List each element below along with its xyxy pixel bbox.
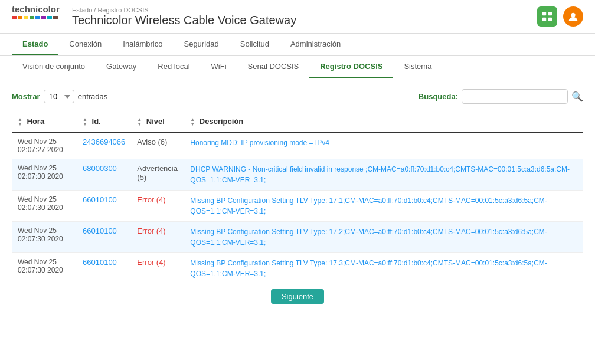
entries-select[interactable]: 10 25 50 100 — [44, 90, 74, 103]
main-nav: Estado Conexión Inalámbrico Seguridad So… — [0, 34, 595, 56]
nav-inalambrico[interactable]: Inalámbrico — [112, 34, 173, 55]
search-area: Busqueda: 🔍 — [419, 89, 583, 104]
nav-administracion[interactable]: Administración — [280, 34, 351, 55]
cell-descripcion: Missing BP Configuration Setting TLV Typ… — [184, 190, 583, 221]
next-page-button[interactable]: Siguiente — [271, 289, 324, 304]
cell-hora: Wed Nov 25 02:07:30 2020 — [12, 252, 77, 284]
nav-estado[interactable]: Estado — [12, 34, 58, 55]
cell-nivel: Error (4) — [131, 190, 184, 221]
subnav-red-local[interactable]: Red local — [147, 56, 200, 78]
cell-nivel: Aviso (6) — [131, 132, 184, 159]
logo: technicolor — [12, 5, 65, 28]
subnav-registro-docsis[interactable]: Registro DOCSIS — [309, 56, 393, 78]
table-row: Wed Nov 25 02:07:30 202068000300Adverten… — [12, 159, 583, 190]
cell-hora: Wed Nov 25 02:07:27 2020 — [12, 132, 77, 159]
cell-hora: Wed Nov 25 02:07:30 2020 — [12, 190, 77, 221]
grid-icon[interactable] — [537, 6, 557, 27]
col-nivel[interactable]: ▲▼ Nivel — [131, 112, 184, 132]
subnav-wifi[interactable]: WiFi — [201, 56, 237, 78]
sort-hora-icon: ▲▼ — [18, 117, 22, 127]
nav-seguridad[interactable]: Seguridad — [173, 34, 229, 55]
brand-info: Estado / Registro DOCSIS Technicolor Wir… — [72, 6, 296, 27]
cell-id: 66010100 — [77, 252, 131, 284]
table-row: Wed Nov 25 02:07:30 202066010100Error (4… — [12, 221, 583, 252]
cell-nivel: Error (4) — [131, 221, 184, 252]
svg-rect-0 — [542, 12, 546, 15]
cell-id: 68000300 — [77, 159, 131, 190]
subnav-gateway[interactable]: Gateway — [96, 56, 147, 78]
data-table: ▲▼ Hora ▲▼ Id. ▲▼ Nivel ▲▼ Descripción W… — [12, 112, 583, 284]
svg-rect-2 — [542, 18, 546, 21]
top-bar: technicolor Estado / Registro DOCSIS Tec… — [0, 0, 595, 34]
mostrar-label: Mostrar — [12, 92, 40, 101]
cell-descripcion: Missing BP Configuration Setting TLV Typ… — [184, 221, 583, 252]
table-row: Wed Nov 25 02:07:30 202066010100Error (4… — [12, 190, 583, 221]
nav-solicitud[interactable]: Solicitud — [230, 34, 280, 55]
table-row: Wed Nov 25 02:07:30 202066010100Error (4… — [12, 252, 583, 284]
col-descripcion[interactable]: ▲▼ Descripción — [184, 112, 583, 132]
logo-area: technicolor Estado / Registro DOCSIS Tec… — [12, 5, 296, 28]
cell-descripcion: DHCP WARNING - Non-critical field invali… — [184, 159, 583, 190]
busqueda-label: Busqueda: — [419, 92, 458, 101]
cell-id: 2436694066 — [77, 132, 131, 159]
sub-nav: Visión de conjunto Gateway Red local WiF… — [0, 56, 595, 78]
table-row: Wed Nov 25 02:07:27 20202436694066Aviso … — [12, 132, 583, 159]
cell-id: 66010100 — [77, 221, 131, 252]
col-hora[interactable]: ▲▼ Hora — [12, 112, 77, 132]
svg-rect-1 — [548, 12, 552, 15]
cell-descripcion: Missing BP Configuration Setting TLV Typ… — [184, 252, 583, 284]
svg-rect-3 — [548, 18, 552, 21]
sort-nivel-icon: ▲▼ — [137, 117, 142, 127]
cell-nivel: Error (4) — [131, 252, 184, 284]
cell-nivel: Advertencia (5) — [131, 159, 184, 190]
table-footer: Siguiente — [12, 284, 583, 304]
search-button[interactable]: 🔍 — [571, 91, 583, 102]
entradas-text: entradas — [78, 92, 108, 101]
subnav-vision[interactable]: Visión de conjunto — [12, 56, 96, 78]
toolbar: Mostrar 10 25 50 100 entradas Busqueda: … — [12, 89, 583, 104]
sort-desc-icon: ▲▼ — [190, 117, 195, 127]
svg-point-4 — [571, 13, 575, 17]
subnav-sistema[interactable]: Sistema — [393, 56, 442, 78]
subnav-senal-docsis[interactable]: Señal DOCSIS — [237, 56, 310, 78]
top-icons — [537, 6, 583, 27]
brand-path: Estado / Registro DOCSIS — [72, 6, 296, 14]
logo-bar — [12, 16, 58, 19]
search-input[interactable] — [462, 89, 568, 104]
brand-title: Technicolor Wireless Cable Voice Gateway — [72, 14, 296, 27]
nav-conexion[interactable]: Conexión — [58, 34, 112, 55]
logo-text: technicolor — [12, 5, 60, 14]
table-header-row: ▲▼ Hora ▲▼ Id. ▲▼ Nivel ▲▼ Descripción — [12, 112, 583, 132]
cell-hora: Wed Nov 25 02:07:30 2020 — [12, 159, 77, 190]
cell-hora: Wed Nov 25 02:07:30 2020 — [12, 221, 77, 252]
user-icon[interactable] — [563, 6, 583, 27]
cell-descripcion: Honoring MDD: IP provisioning mode = IPv… — [184, 132, 583, 159]
sort-id-icon: ▲▼ — [83, 117, 87, 127]
content: Mostrar 10 25 50 100 entradas Busqueda: … — [0, 78, 595, 314]
col-id[interactable]: ▲▼ Id. — [77, 112, 131, 132]
cell-id: 66010100 — [77, 190, 131, 221]
